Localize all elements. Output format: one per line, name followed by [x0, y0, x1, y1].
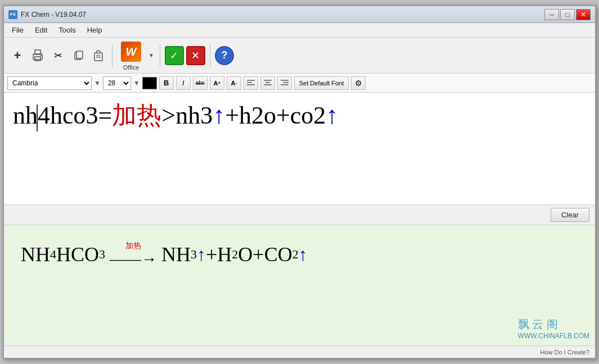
editor-text-hot: 加热 [112, 102, 161, 129]
align-left-button[interactable] [244, 76, 258, 90]
menu-help[interactable]: Help [82, 24, 108, 36]
strikethrough-button[interactable]: abc [193, 76, 208, 90]
cancel-button[interactable]: ✕ [186, 46, 205, 65]
title-bar: FX FX Chem - V19.04.07 ─ □ ✕ [4, 6, 595, 23]
office-button[interactable]: W Office [119, 40, 143, 71]
copy-button[interactable] [69, 47, 87, 65]
editor-arrow1: ↑ [213, 102, 225, 129]
separator-1 [112, 44, 112, 67]
font-size-select[interactable]: 28 [103, 76, 131, 90]
align-center-button[interactable] [260, 76, 275, 90]
svg-point-3 [40, 55, 42, 56]
status-bar: How Do I Create? [4, 345, 595, 358]
align-left-icon [246, 79, 255, 87]
copy-icon [73, 50, 84, 61]
svg-rect-2 [35, 57, 40, 61]
minimize-button[interactable]: ─ [544, 9, 559, 20]
app-window: FX FX Chem - V19.04.07 ─ □ ✕ File Edit T… [3, 5, 596, 359]
superscript-button[interactable]: A+ [210, 76, 224, 90]
status-text: How Do I Create? [541, 349, 589, 356]
align-right-icon [280, 79, 289, 87]
print-button[interactable] [29, 47, 47, 65]
office-icon: W [119, 40, 143, 63]
font-color-picker[interactable] [142, 77, 157, 89]
help-button[interactable]: ? [215, 46, 234, 65]
paste-icon [93, 49, 104, 62]
editor-text-rest2: >nh3 [161, 102, 213, 129]
svg-rect-6 [94, 53, 102, 61]
editor-area[interactable]: nh4hco3=加热>nh3↑+h2o+co2↑ [4, 93, 595, 205]
add-button[interactable]: + [8, 47, 26, 65]
subscript-button[interactable]: A- [227, 76, 241, 90]
close-button[interactable]: ✕ [576, 9, 591, 20]
maximize-button[interactable]: □ [560, 9, 575, 20]
svg-rect-7 [97, 51, 100, 53]
editor-text-rest3: +h2o+co2 [225, 102, 326, 129]
print-icon [31, 49, 44, 62]
editor-content: nh4hco3=加热>nh3↑+h2o+co2↑ [13, 99, 586, 131]
clear-button[interactable]: Clear [551, 208, 589, 222]
separator-2 [160, 44, 160, 67]
reaction-arrow: 加热 ——→ [110, 242, 157, 267]
app-icon: FX [8, 10, 17, 19]
menu-edit[interactable]: Edit [29, 24, 53, 36]
font-toolbar: Cambria ▼ 28 ▼ B I abc A+ A- [4, 74, 595, 93]
eq-o: O [238, 243, 253, 266]
watermark-url: WWW.CHINAFLB.COM [518, 332, 589, 340]
equation-display: NH4HCO3 加热 ——→ NH3↑ +H2O +CO2↑ [21, 242, 578, 267]
eq-nh3: NH [161, 243, 191, 266]
menu-file[interactable]: File [6, 24, 29, 36]
eq-plus2: +CO [253, 243, 292, 266]
editor-text-nh: nh [13, 102, 38, 129]
menu-bar: File Edit Tools Help [4, 23, 595, 38]
editor-arrow2: ↑ [326, 102, 338, 129]
arrow-label: 加热 [125, 242, 141, 250]
paste-button[interactable] [89, 47, 107, 65]
set-default-font-button[interactable]: Set Default Font [294, 76, 349, 90]
eq-nh4: NH [21, 243, 50, 266]
preview-area: NH4HCO3 加热 ——→ NH3↑ +H2O +CO2↑ 飘 云 阁 WWW… [4, 225, 595, 346]
separator-3 [210, 44, 210, 67]
editor-text-rest1: 4hco3= [38, 102, 112, 129]
cut-button[interactable]: ✂ [49, 47, 67, 65]
watermark: 飘 云 阁 WWW.CHINAFLB.COM [518, 317, 589, 340]
clear-bar: Clear [4, 205, 595, 225]
align-center-icon [263, 79, 272, 87]
office-label: Office [123, 64, 139, 71]
menu-tools[interactable]: Tools [53, 24, 81, 36]
window-controls: ─ □ ✕ [544, 9, 591, 20]
eq-hco3: HCO [56, 243, 99, 266]
svg-rect-5 [76, 51, 83, 58]
align-right-button[interactable] [277, 76, 292, 90]
office-dropdown[interactable]: ▼ [147, 52, 155, 58]
eq-plus1: +H [206, 243, 232, 266]
bold-button[interactable]: B [159, 76, 174, 90]
font-family-select[interactable]: Cambria [7, 76, 92, 90]
arrow-line: ——→ [110, 251, 157, 267]
italic-button[interactable]: I [176, 76, 191, 90]
confirm-button[interactable]: ✓ [165, 46, 184, 65]
settings-button[interactable]: ⚙ [351, 76, 366, 90]
main-toolbar: + ✂ [4, 38, 595, 74]
watermark-text: 飘 云 阁 [518, 317, 589, 332]
window-title: FX Chem - V19.04.07 [21, 11, 544, 19]
